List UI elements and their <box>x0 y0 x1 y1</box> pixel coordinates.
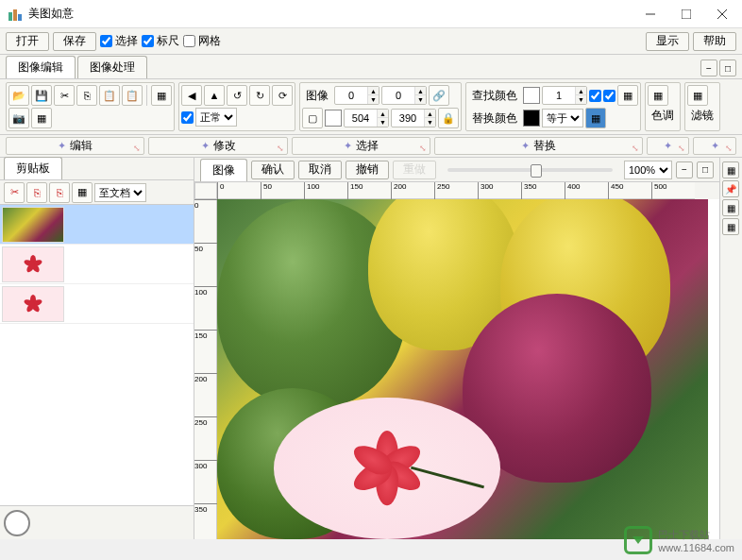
svg-rect-2 <box>18 14 22 21</box>
find-apply-icon[interactable]: ▦ <box>617 85 638 106</box>
confirm-button[interactable]: 确认 <box>251 161 295 179</box>
to-doc-select[interactable]: 至文档 <box>94 183 146 202</box>
app-title: 美图如意 <box>28 6 638 22</box>
zoom-select[interactable]: 100% <box>624 161 672 179</box>
section-select: ✦选择⤡ <box>292 137 430 155</box>
ruler-corner <box>194 182 217 199</box>
link-icon[interactable]: 🔗 <box>429 85 449 106</box>
rotate-icon[interactable]: ⟳ <box>272 85 293 106</box>
image-label: 图像 <box>302 88 332 104</box>
canvas-image <box>217 199 708 539</box>
select-checkbox[interactable]: 选择 <box>100 33 138 49</box>
close-button[interactable] <box>710 5 734 24</box>
clip-copy-icon[interactable]: ⎘ <box>26 182 47 203</box>
select-group: 图像 ▲▼ ▲▼ 🔗 ▢ ▲▼ ▲▼ 🔒 <box>299 82 462 131</box>
flower-overlay <box>274 398 500 539</box>
lock-icon[interactable]: 🔒 <box>438 108 459 128</box>
undo-button[interactable]: 撤销 <box>346 161 389 179</box>
tab-image-edit[interactable]: 图像编辑 <box>6 56 76 78</box>
titlebar: 美图如意 <box>0 0 742 28</box>
save-image-icon[interactable]: 💾 <box>31 85 52 106</box>
section-edit: ✦编辑⤡ <box>6 137 144 155</box>
hue-label: 色调 <box>648 108 678 124</box>
flip-h-icon[interactable]: ◀ <box>181 85 202 106</box>
maximize-button[interactable] <box>674 5 699 24</box>
thumb-flower2 <box>2 286 64 322</box>
thumb-row-1[interactable] <box>0 205 194 245</box>
thumb-row-2[interactable] <box>0 245 194 284</box>
panel-btn-3[interactable]: ▦ <box>722 199 739 216</box>
ruler-horizontal: 0 50 100 150 200 250 300 350 400 450 500 <box>217 182 695 199</box>
clip-cut-icon[interactable]: ✂ <box>4 182 25 203</box>
replace-color-swatch[interactable] <box>523 110 540 127</box>
open-image-icon[interactable]: 📂 <box>8 85 29 106</box>
cancel-button[interactable]: 取消 <box>298 161 342 179</box>
save-button[interactable]: 保存 <box>53 32 96 51</box>
camera-icon[interactable]: 📷 <box>8 108 29 128</box>
panel-btn-4[interactable]: ▦ <box>722 218 739 235</box>
main-toolbar: 打开 保存 选择 标尺 网格 显示 帮助 <box>0 28 742 55</box>
ribbon: 📂 💾 ✂ ⎘ 📋 📋 ▦ 📷 ▦ ◀ ▲ ↺ ↻ ⟳ <box>0 79 742 135</box>
w-spinner[interactable]: ▲▼ <box>344 109 389 127</box>
x-spinner[interactable]: ▲▼ <box>334 86 379 105</box>
find-color-label: 查找颜色 <box>468 88 521 104</box>
filter-group: ▦ 滤镜 <box>684 82 720 131</box>
thumbnail-list <box>0 205 194 505</box>
redo-button[interactable]: 重做 <box>393 161 436 179</box>
tab-minimize-button[interactable]: − <box>700 59 717 76</box>
tab-close-button[interactable]: □ <box>719 59 736 76</box>
panel-btn-2[interactable]: 📌 <box>722 180 739 197</box>
crop-icon[interactable]: ▢ <box>302 108 323 128</box>
minimize-button[interactable] <box>638 5 663 24</box>
find-color-swatch[interactable] <box>523 87 540 104</box>
clip-grid-icon[interactable]: ▦ <box>72 182 93 203</box>
help-button[interactable]: 帮助 <box>693 32 736 51</box>
rotate-cw-icon[interactable]: ↻ <box>249 85 270 106</box>
clip-copy2-icon[interactable]: ⎘ <box>49 182 70 203</box>
display-button[interactable]: 显示 <box>646 32 689 51</box>
tolerance-spinner[interactable]: ▲▼ <box>542 86 587 105</box>
edit-group: 📂 💾 ✂ ⎘ 📋 📋 ▦ 📷 ▦ <box>6 82 175 131</box>
svg-rect-0 <box>8 12 12 21</box>
hue-icon[interactable]: ▦ <box>648 85 668 106</box>
clipboard-tab[interactable]: 剪贴板 <box>4 157 62 179</box>
replace-color-label: 替换颜色 <box>468 110 521 127</box>
flip-v-icon[interactable]: ▲ <box>204 85 225 106</box>
replace-apply-icon[interactable]: ▦ <box>585 108 606 128</box>
thumb-row-3[interactable] <box>0 284 194 324</box>
canvas-image-tab[interactable]: 图像 <box>200 159 247 181</box>
canvas-min-button[interactable]: − <box>676 161 693 178</box>
tool2-icon[interactable]: ▦ <box>31 108 52 128</box>
watermark-text: 巴士下载站 <box>658 528 734 542</box>
bg-swatch[interactable] <box>325 110 342 127</box>
record-button[interactable] <box>4 510 30 536</box>
more-icon[interactable]: ▦ <box>151 85 172 106</box>
paste2-icon[interactable]: 📋 <box>122 85 143 106</box>
tabbar: 图像编辑 图像处理 − □ <box>0 55 742 79</box>
section-labels: ✦编辑⤡ ✦修改⤡ ✦选择⤡ ✦替换⤡ ✦⤡ ✦⤡ <box>0 135 742 158</box>
filter-icon[interactable]: ▦ <box>687 85 708 106</box>
compare-select[interactable]: 等于 <box>542 109 583 127</box>
watermark-url: www.11684.com <box>658 542 734 553</box>
find-cb1[interactable] <box>589 90 601 102</box>
find-cb2[interactable] <box>603 90 616 102</box>
blend-mode-select[interactable]: 正常 <box>195 108 237 127</box>
tab-image-process[interactable]: 图像处理 <box>77 56 147 78</box>
paste-icon[interactable]: 📋 <box>99 85 120 106</box>
open-button[interactable]: 打开 <box>6 32 49 51</box>
canvas-max-button[interactable]: □ <box>697 161 714 178</box>
mode-checkbox[interactable] <box>181 111 194 124</box>
panel-btn-1[interactable]: ▦ <box>722 161 739 178</box>
cut-icon[interactable]: ✂ <box>54 85 75 106</box>
y-spinner[interactable]: ▲▼ <box>381 86 427 105</box>
canvas[interactable] <box>217 199 719 539</box>
hue-group: ▦ 色调 <box>645 82 681 131</box>
rotate-ccw-icon[interactable]: ↺ <box>227 85 247 106</box>
replace-group: 查找颜色 ▲▼ ▦ 替换颜色 等于 ▦ <box>465 82 641 131</box>
ruler-checkbox[interactable]: 标尺 <box>142 33 179 49</box>
h-spinner[interactable]: ▲▼ <box>391 109 436 127</box>
zoom-slider[interactable] <box>447 168 613 172</box>
copy-icon[interactable]: ⎘ <box>76 85 97 106</box>
grid-checkbox[interactable]: 网格 <box>183 33 221 49</box>
section-modify: ✦修改⤡ <box>148 137 287 155</box>
